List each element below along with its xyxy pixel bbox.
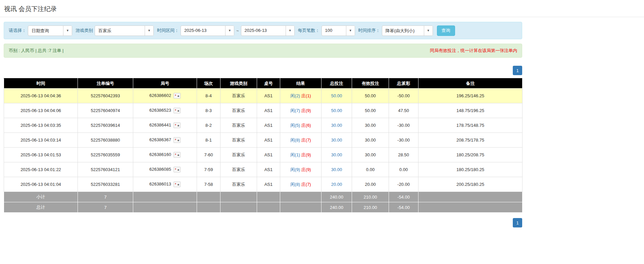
page-size-select[interactable]: 100 ▼	[321, 25, 355, 36]
round-id-text: 626386441	[149, 122, 171, 127]
table-row: 2025-06-13 04:01:53522576035559626386160…	[4, 148, 523, 162]
chevron-down-icon[interactable]: ▼	[346, 26, 355, 36]
page-1-button[interactable]: 1	[513, 218, 522, 227]
total-bet-link[interactable]: 30.00	[331, 123, 342, 128]
result-player: 闲(8)	[290, 182, 300, 187]
chevron-down-icon[interactable]: ▼	[424, 26, 433, 36]
view-cards-icon[interactable]	[174, 181, 181, 187]
cell-bet-id: 522576038880	[78, 133, 133, 148]
date-to-select[interactable]: 2025-06-13 ▼	[241, 25, 295, 36]
cell-result: 闲(2) 庄(1)	[280, 89, 321, 103]
summary-total-bet: 240.00	[321, 192, 352, 202]
search-button[interactable]: 查询	[437, 25, 455, 36]
chevron-down-icon[interactable]: ▼	[225, 26, 234, 36]
cell-remark: 148.75/196.25	[418, 103, 523, 118]
header-row: 时间注单编号局号场次游戏类别桌号结果总投注有效投注总派彩备注	[4, 78, 523, 89]
cell-result: 闲(1) 庄(9)	[280, 148, 321, 162]
cell-valid-bet: 50.00	[352, 103, 389, 118]
cell-payout: 47.50	[389, 103, 418, 118]
view-cards-icon[interactable]	[174, 137, 181, 143]
summary-cell	[257, 202, 280, 213]
cell-time: 2025-06-13 04:04:06	[4, 103, 78, 118]
total-bet-link[interactable]: 30.00	[331, 138, 342, 143]
cell-table-no: AS1	[257, 162, 280, 177]
summary-cell	[418, 202, 523, 213]
cell-time: 2025-06-13 04:01:53	[4, 148, 78, 162]
query-type-select[interactable]: 日期查询 ▼	[28, 25, 72, 36]
time-sort-select[interactable]: 降幂(由大到小) ▼	[382, 25, 433, 36]
table-row: 2025-06-13 04:03:35522576039614626386441…	[4, 118, 523, 133]
cell-round-id: 626386602	[133, 89, 197, 103]
summary-row: 小计7240.00210.00-54.00	[4, 192, 523, 202]
view-cards-icon[interactable]	[174, 152, 181, 158]
page-header: 视讯 会员下注纪录	[0, 0, 644, 17]
cell-table-no: AS1	[257, 177, 280, 192]
cell-session: 8-4	[197, 89, 220, 103]
query-type-value: 日期查询	[28, 26, 63, 36]
cell-game-type: 百家乐	[220, 177, 257, 192]
summary-valid-bet: 210.00	[352, 202, 389, 213]
column-header: 场次	[197, 78, 220, 89]
cell-bet-id: 522576034121	[78, 162, 133, 177]
total-bet-link[interactable]: 30.00	[331, 152, 342, 157]
cell-round-id: 626386085	[133, 162, 197, 177]
cell-remark: 180.25/180.25	[418, 162, 523, 177]
cell-valid-bet: 50.00	[352, 89, 389, 103]
pagination-top: 1	[4, 66, 522, 75]
column-header: 时间	[4, 78, 78, 89]
table-row: 2025-06-13 04:04:06522576040974626386523…	[4, 103, 523, 118]
cell-session: 7-59	[197, 162, 220, 177]
cell-table-no: AS1	[257, 148, 280, 162]
title-divider	[0, 17, 644, 17]
cell-result: 闲(7) 庄(9)	[280, 103, 321, 118]
date-from-value: 2025-06-13	[181, 26, 225, 36]
total-bet-link[interactable]: 50.00	[331, 108, 342, 113]
cell-remark: 178.75/148.75	[418, 118, 523, 133]
cell-session: 8-3	[197, 103, 220, 118]
pagination-bottom: 1	[4, 218, 522, 227]
cell-result: 闲(5) 庄(6)	[280, 118, 321, 133]
total-bet-link[interactable]: 30.00	[331, 167, 342, 172]
cell-round-id: 626386013	[133, 177, 197, 192]
chevron-down-icon[interactable]: ▼	[286, 26, 294, 36]
cell-time: 2025-06-13 04:01:22	[4, 162, 78, 177]
cell-time: 2025-06-13 04:03:14	[4, 133, 78, 148]
table-row: 2025-06-13 04:01:22522576034121626386085…	[4, 162, 523, 177]
cell-payout: -30.00	[389, 133, 418, 148]
date-from-select[interactable]: 2025-06-13 ▼	[181, 25, 234, 36]
game-type-label: 游戏类别	[76, 28, 93, 34]
result-banker: 庄(9)	[301, 108, 311, 113]
cell-game-type: 百家乐	[220, 118, 257, 133]
total-bet-link[interactable]: 20.00	[331, 182, 342, 187]
page-size-label: 每页笔数：	[298, 28, 320, 34]
summary-count: 7	[78, 202, 133, 213]
summary-cell	[257, 192, 280, 202]
summary-label: 总计	[4, 202, 78, 213]
cell-remark: 200.25/180.25	[418, 177, 523, 192]
view-cards-icon[interactable]	[174, 122, 181, 128]
chevron-down-icon[interactable]: ▼	[63, 26, 72, 36]
summary-total-bet: 240.00	[321, 202, 352, 213]
cell-valid-bet: 30.00	[352, 148, 389, 162]
summary-cell	[133, 202, 197, 213]
round-id-text: 626386085	[149, 167, 171, 172]
cell-remark: 196.25/146.25	[418, 89, 523, 103]
summary-cell	[280, 192, 321, 202]
cell-session: 7-58	[197, 177, 220, 192]
view-cards-icon[interactable]	[174, 167, 181, 172]
cell-session: 7-60	[197, 148, 220, 162]
content-container: 请选择： 日期查询 ▼ 游戏类别 百家乐 ▼ 时间区间： 2025-06-13 …	[4, 22, 522, 227]
view-cards-icon[interactable]	[174, 108, 181, 113]
summary-cell	[220, 192, 257, 202]
total-bet-link[interactable]: 50.00	[331, 93, 342, 98]
game-type-select[interactable]: 百家乐 ▼	[95, 25, 154, 36]
result-banker: 庄(9)	[301, 152, 311, 157]
round-id-text: 626386367	[149, 137, 171, 142]
round-id-text: 626386160	[149, 152, 171, 157]
table-body: 2025-06-13 04:04:36522576042393626386602…	[4, 89, 523, 213]
cell-round-id: 626386367	[133, 133, 197, 148]
chevron-down-icon[interactable]: ▼	[145, 26, 153, 36]
cell-result: 闲(9) 庄(9)	[280, 162, 321, 177]
view-cards-icon[interactable]	[174, 93, 181, 99]
page-1-button[interactable]: 1	[513, 66, 522, 75]
